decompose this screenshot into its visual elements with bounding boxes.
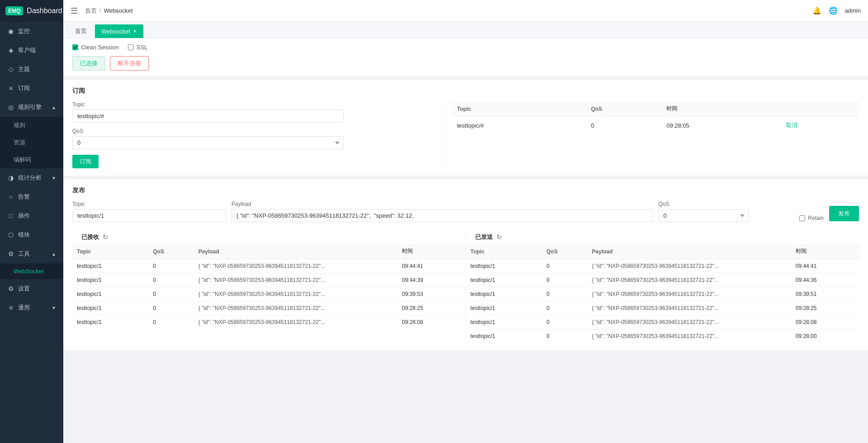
connected-button[interactable]: 已连接 bbox=[72, 56, 105, 71]
sidebar-item-monitor[interactable]: ◉ 监控 bbox=[0, 22, 63, 41]
connection-options-row: Clean Session SSL bbox=[72, 44, 859, 51]
plugins-icon: □ bbox=[7, 212, 14, 219]
subscribe-qos-select[interactable]: 0 1 2 bbox=[72, 136, 344, 149]
connection-bar: Clean Session SSL 已连接 断开连接 bbox=[63, 38, 868, 80]
tab-websocket[interactable]: Websocket ✕ bbox=[95, 24, 143, 38]
list-item: testtopic/1 0 { "id": "NXP-058659730253-… bbox=[466, 315, 859, 329]
publish-payload-input[interactable] bbox=[231, 209, 653, 222]
tab-websocket-label: Websocket bbox=[101, 28, 130, 35]
publish-topic-input[interactable] bbox=[72, 209, 226, 222]
sidebar-item-settings[interactable]: ⚙ 设置 bbox=[0, 279, 63, 298]
retain-checkbox-group: Retain bbox=[799, 215, 824, 221]
sidebar-item-plugins[interactable]: □ 插件 bbox=[0, 206, 63, 225]
recv-topic-cell: testtopic/1 bbox=[72, 301, 148, 315]
recv-col-time: 时间 bbox=[397, 244, 465, 259]
sub-topic-cell: testtopic/# bbox=[453, 117, 586, 134]
menu-icon[interactable]: ☰ bbox=[71, 6, 78, 16]
sidebar-item-alerts[interactable]: ○ 告警 bbox=[0, 187, 63, 206]
sidebar-item-label: 通用 bbox=[18, 304, 30, 312]
sent-time-cell: 09:28:08 bbox=[791, 315, 859, 329]
alerts-icon: ○ bbox=[7, 193, 14, 200]
sent-payload-cell: { "id": "NXP-058659730253-96394511813272… bbox=[587, 273, 791, 287]
general-icon: ≡ bbox=[7, 304, 14, 311]
sent-time-cell: 09:44:41 bbox=[791, 259, 859, 273]
sidebar-item-label: 工具 bbox=[18, 250, 30, 258]
disconnect-button[interactable]: 断开连接 bbox=[110, 56, 149, 71]
user-name[interactable]: admin bbox=[845, 7, 861, 14]
clean-session-checkbox-label[interactable]: Clean Session bbox=[72, 44, 119, 51]
globe-icon[interactable]: 🌐 bbox=[829, 6, 838, 15]
sent-payload-cell: { "id": "NXP-058659730253-96394511813272… bbox=[587, 329, 791, 343]
sent-refresh-icon[interactable]: ↻ bbox=[496, 233, 502, 241]
subscribe-table-body: testtopic/# 0 09:28:05 取消 bbox=[453, 117, 859, 134]
sidebar-sub-item-codec[interactable]: 编解码 bbox=[0, 151, 63, 168]
recv-time-cell: 09:28:25 bbox=[397, 301, 465, 315]
list-item: testtopic/1 0 { "id": "NXP-058659730253-… bbox=[72, 259, 466, 273]
sub-qos-cell: 0 bbox=[586, 117, 662, 134]
sub-time-cell: 09:28:05 bbox=[662, 117, 781, 134]
recv-col-payload: Payload bbox=[194, 244, 397, 259]
app-name: Dashboard bbox=[27, 7, 62, 15]
cancel-link[interactable]: 取消 bbox=[786, 122, 797, 129]
sidebar-item-modules[interactable]: ⬡ 模块 bbox=[0, 225, 63, 244]
sidebar-item-topics[interactable]: ◇ 主题 bbox=[0, 60, 63, 79]
topbar: ☰ 首页 / Websocket 🔔 🌐 admin bbox=[63, 0, 868, 22]
tab-close-icon[interactable]: ✕ bbox=[133, 29, 137, 34]
sidebar-item-subscriptions[interactable]: ≡ 订阅 bbox=[0, 79, 63, 98]
breadcrumb: 首页 / Websocket bbox=[85, 7, 133, 15]
message-tables: 已接收 ↻ Topic QoS Payload 时间 bbox=[72, 229, 859, 343]
publish-title: 发布 bbox=[72, 186, 859, 195]
recv-payload-cell: { "id": "NXP-058659730253-96394511813272… bbox=[194, 259, 397, 273]
topbar-right: 🔔 🌐 admin bbox=[812, 6, 861, 15]
ssl-checkbox-label[interactable]: SSL bbox=[128, 44, 148, 51]
sidebar-item-clients[interactable]: ◈ 客户端 bbox=[0, 41, 63, 60]
retain-checkbox[interactable] bbox=[799, 215, 805, 221]
main-area: ☰ 首页 / Websocket 🔔 🌐 admin 首页 Websocket … bbox=[63, 0, 868, 443]
subscribe-layout: Topic QoS 0 1 2 订阅 bbox=[72, 101, 859, 168]
rules-icon: ◎ bbox=[7, 104, 14, 111]
breadcrumb-home[interactable]: 首页 bbox=[85, 7, 97, 15]
clean-session-checkbox[interactable] bbox=[72, 44, 78, 50]
sidebar-item-rules[interactable]: ◎ 规则引擎 ▲ bbox=[0, 98, 63, 117]
logo-badge: EMQ bbox=[5, 6, 23, 15]
sidebar-sub-item-resources[interactable]: 资源 bbox=[0, 134, 63, 151]
subscribe-topic-input[interactable] bbox=[72, 110, 344, 123]
received-refresh-icon[interactable]: ↻ bbox=[103, 233, 108, 241]
sent-col-topic: Topic bbox=[466, 244, 542, 259]
sidebar-item-label: 规则引擎 bbox=[18, 103, 42, 111]
recv-qos-cell: 0 bbox=[148, 301, 194, 315]
subscribe-button[interactable]: 订阅 bbox=[72, 155, 99, 168]
sidebar-sub-item-websocket[interactable]: WebSocket bbox=[0, 263, 63, 279]
publish-qos-select[interactable]: 0 1 2 bbox=[658, 209, 749, 222]
sidebar-item-general[interactable]: ≡ 通用 ▼ bbox=[0, 298, 63, 317]
ssl-checkbox[interactable] bbox=[128, 44, 134, 50]
sent-topic-cell: testtopic/1 bbox=[466, 259, 542, 273]
sidebar-item-stats[interactable]: ◑ 统计分析 ▼ bbox=[0, 168, 63, 187]
sidebar-item-label: 主题 bbox=[18, 65, 30, 73]
sidebar-item-label: 监控 bbox=[18, 27, 30, 35]
tools-icon: ⚙ bbox=[7, 250, 14, 257]
tab-home[interactable]: 首页 bbox=[69, 24, 93, 38]
publish-button[interactable]: 发布 bbox=[829, 206, 859, 221]
list-item: testtopic/1 0 { "id": "NXP-058659730253-… bbox=[466, 329, 859, 343]
sidebar-item-label: 统计分析 bbox=[18, 174, 42, 182]
recv-payload-cell: { "id": "NXP-058659730253-96394511813272… bbox=[194, 273, 397, 287]
received-table-head: Topic QoS Payload 时间 bbox=[72, 244, 466, 259]
publish-form-row: Topic Payload QoS 0 1 2 R bbox=[72, 201, 859, 222]
recv-qos-cell: 0 bbox=[148, 287, 194, 301]
sidebar-sub-item-rules[interactable]: 规则 bbox=[0, 117, 63, 134]
clean-session-label: Clean Session bbox=[81, 44, 119, 51]
subscribe-form: Topic QoS 0 1 2 订阅 bbox=[72, 101, 443, 168]
col-topic: Topic bbox=[453, 101, 586, 117]
sent-qos-cell: 0 bbox=[542, 259, 588, 273]
topic-label: Topic bbox=[72, 101, 434, 108]
stats-icon: ◑ bbox=[7, 174, 14, 181]
sent-table-panel: 已发送 ↻ Topic QoS Payload 时间 bbox=[466, 229, 859, 343]
bell-icon[interactable]: 🔔 bbox=[812, 6, 821, 15]
sent-time-cell: 09:28:00 bbox=[791, 329, 859, 343]
monitor-icon: ◉ bbox=[7, 28, 14, 35]
sidebar-item-label: 客户端 bbox=[18, 46, 36, 54]
sub-action-cell: 取消 bbox=[781, 117, 859, 134]
recv-time-cell: 09:44:39 bbox=[397, 273, 465, 287]
sidebar-item-tools[interactable]: ⚙ 工具 ▲ bbox=[0, 244, 63, 263]
